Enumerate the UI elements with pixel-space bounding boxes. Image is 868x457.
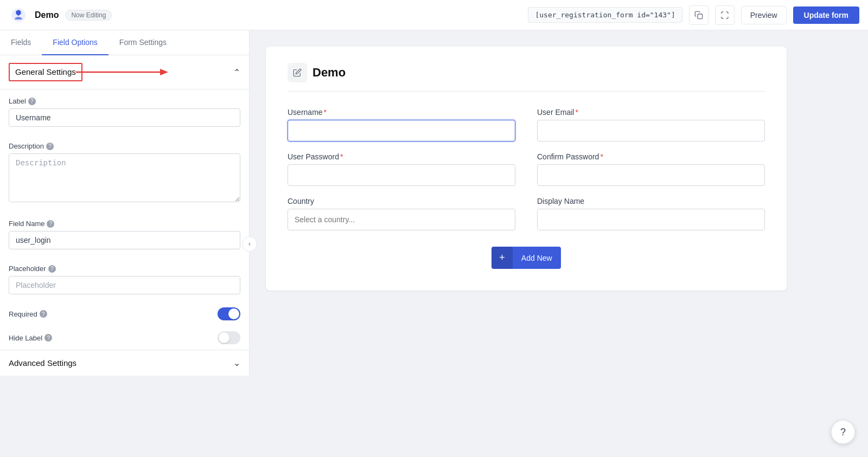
help-fab-button[interactable]: ?: [831, 420, 855, 444]
header: Demo Now Editing [user_registration_form…: [0, 0, 868, 30]
advanced-settings-title: Advanced Settings: [9, 358, 76, 368]
user-email-required-star: *: [575, 108, 578, 117]
add-new-label: Add New: [513, 248, 561, 268]
general-settings-title: General Settings: [15, 67, 76, 76]
field-name-help-icon[interactable]: ?: [47, 220, 54, 228]
now-editing-badge: Now Editing: [65, 10, 112, 21]
label-field-group: Label ?: [0, 89, 249, 134]
shortcode-display[interactable]: [user_registration_form id="143"]: [528, 7, 682, 23]
tab-field-options[interactable]: Field Options: [42, 30, 108, 55]
display-name-label: Display Name: [537, 197, 765, 205]
add-new-button[interactable]: + Add New: [492, 247, 560, 269]
main-layout: Fields Field Options Form Settings Gener…: [0, 30, 868, 457]
preview-button[interactable]: Preview: [741, 6, 787, 24]
placeholder-field-group: Placeholder ?: [0, 257, 249, 302]
username-label: Username*: [288, 108, 515, 117]
field-name-input[interactable]: [9, 231, 240, 249]
app-logo: [9, 5, 28, 25]
advanced-settings-chevron-icon: ⌄: [233, 358, 240, 368]
update-form-button[interactable]: Update form: [793, 7, 859, 24]
form-field-user-password[interactable]: User Password*: [288, 152, 515, 186]
username-input[interactable]: [288, 120, 515, 141]
description-textarea[interactable]: [9, 153, 240, 202]
main-content: Demo Username* User Email*: [250, 30, 868, 457]
user-email-label: User Email*: [537, 108, 765, 117]
pencil-icon: [288, 63, 307, 82]
sidebar-collapse-button[interactable]: ‹: [242, 236, 257, 252]
field-name-field-group: Field Name ?: [0, 212, 249, 257]
app-title: Demo: [35, 10, 59, 20]
hide-label-toggle[interactable]: [218, 331, 240, 344]
required-label: Required ?: [9, 310, 47, 318]
placeholder-label: Placeholder ?: [9, 265, 240, 273]
add-new-plus-icon: +: [492, 247, 513, 269]
form-field-username[interactable]: Username*: [288, 108, 515, 141]
placeholder-input[interactable]: [9, 276, 240, 294]
hide-label-toggle-row: Hide Label ?: [0, 326, 249, 350]
display-name-input[interactable]: [537, 209, 765, 230]
required-toggle[interactable]: [218, 307, 240, 320]
user-password-required-star: *: [340, 152, 343, 161]
svg-marker-2: [160, 69, 168, 75]
sidebar-tabs: Fields Field Options Form Settings: [0, 30, 249, 55]
form-title: Demo: [312, 66, 346, 80]
form-field-confirm-password[interactable]: Confirm Password*: [537, 152, 765, 186]
country-input[interactable]: [288, 209, 515, 230]
user-password-input[interactable]: [288, 164, 515, 186]
required-help-icon[interactable]: ?: [40, 310, 47, 318]
confirm-password-required-star: *: [600, 152, 603, 161]
general-settings-section-header[interactable]: General Settings ⌃: [0, 55, 249, 89]
label-field-label: Label ?: [9, 97, 240, 105]
user-password-label: User Password*: [288, 152, 515, 161]
tab-form-settings[interactable]: Form Settings: [108, 30, 177, 55]
hide-label-label: Hide Label ?: [9, 334, 52, 342]
red-arrow-icon: [76, 66, 174, 79]
tab-fields[interactable]: Fields: [0, 30, 42, 55]
confirm-password-input[interactable]: [537, 164, 765, 186]
required-toggle-row: Required ?: [0, 302, 249, 326]
general-settings-chevron-icon: ⌃: [233, 67, 240, 78]
description-field-label: Description ?: [9, 142, 240, 150]
svg-rect-0: [698, 14, 703, 19]
fullscreen-icon-button[interactable]: [715, 5, 735, 25]
country-label: Country: [288, 197, 515, 205]
user-email-input[interactable]: [537, 120, 765, 141]
confirm-password-label: Confirm Password*: [537, 152, 765, 161]
description-field-group: Description ?: [0, 134, 249, 212]
form-field-display-name[interactable]: Display Name: [537, 197, 765, 230]
form-fields-grid: Username* User Email* User Password*: [288, 108, 765, 230]
username-required-star: *: [324, 108, 327, 117]
form-preview-card: Demo Username* User Email*: [266, 47, 787, 291]
sidebar-wrapper: Fields Field Options Form Settings Gener…: [0, 30, 250, 457]
placeholder-help-icon[interactable]: ?: [48, 265, 56, 273]
advanced-settings-section[interactable]: Advanced Settings ⌄: [0, 350, 249, 376]
sidebar: Fields Field Options Form Settings Gener…: [0, 30, 250, 376]
label-input[interactable]: [9, 108, 240, 127]
form-field-user-email[interactable]: User Email*: [537, 108, 765, 141]
hide-label-help-icon[interactable]: ?: [44, 334, 52, 342]
label-help-icon[interactable]: ?: [28, 98, 36, 105]
sidebar-content: General Settings ⌃ Label ?: [0, 55, 249, 350]
section-header-left: General Settings: [9, 63, 82, 81]
general-settings-box: General Settings: [9, 63, 82, 81]
add-new-row: + Add New: [288, 247, 765, 269]
form-title-row: Demo: [288, 63, 765, 92]
copy-icon-button[interactable]: [689, 5, 709, 25]
field-name-label: Field Name ?: [9, 220, 240, 228]
form-field-country[interactable]: Country: [288, 197, 515, 230]
description-help-icon[interactable]: ?: [46, 143, 54, 150]
